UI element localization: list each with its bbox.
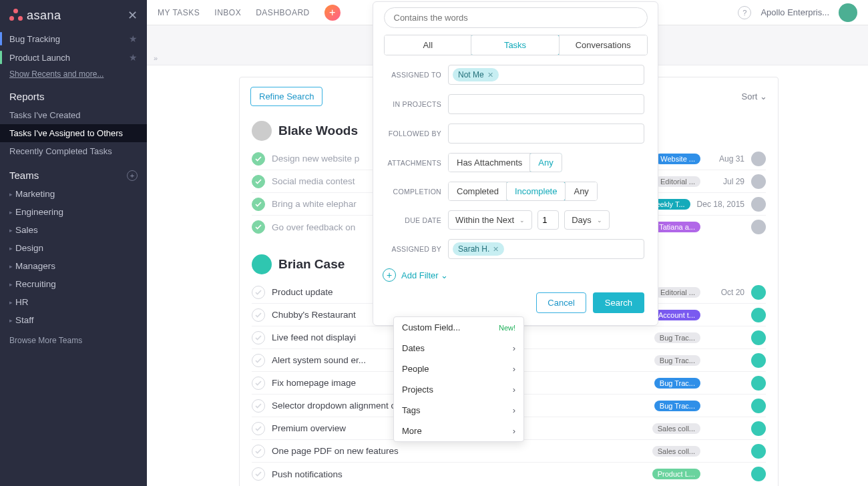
team-item[interactable]: Sales <box>0 221 147 239</box>
task-assignee-avatar[interactable] <box>751 197 766 212</box>
project-tag[interactable]: Bug Trac... <box>654 378 700 389</box>
assigned-by-field[interactable]: Sarah H.✕ <box>448 239 644 259</box>
topnav-inbox[interactable]: INBOX <box>214 8 241 17</box>
team-item[interactable]: Marketing <box>0 185 147 203</box>
recent-project[interactable]: Bug Tracking★ <box>0 29 147 48</box>
due-range-select[interactable]: Within the Next⌄ <box>448 210 532 230</box>
task-checkbox[interactable] <box>252 399 265 413</box>
star-icon[interactable]: ★ <box>129 52 138 63</box>
workspace-dropdown[interactable]: Apollo Enterpris... <box>761 7 829 17</box>
tab-tasks[interactable]: Tasks <box>471 35 560 55</box>
project-tag[interactable]: Bug Trac... <box>654 332 700 343</box>
task-checkbox[interactable] <box>252 445 265 458</box>
project-tag[interactable]: Editorial ... <box>655 176 700 187</box>
chip-remove-icon[interactable]: ✕ <box>493 245 499 254</box>
task-checkbox[interactable] <box>252 354 265 367</box>
assigned-by-chip[interactable]: Sarah H.✕ <box>453 242 504 256</box>
filter-menu-item[interactable]: Dates› <box>394 338 523 358</box>
task-row[interactable]: One page PDF on new featuresSales coll..… <box>252 440 766 463</box>
task-assignee-avatar[interactable] <box>751 308 766 322</box>
filter-menu-item[interactable]: Tags› <box>394 400 523 421</box>
task-row[interactable]: Push notificationsProduct L... <box>252 463 766 485</box>
browse-more-teams-link[interactable]: Browse More Teams <box>0 333 147 348</box>
task-assignee-avatar[interactable] <box>751 444 766 459</box>
help-icon[interactable]: ? <box>738 6 751 19</box>
recent-project[interactable]: Product Launch★ <box>0 48 147 67</box>
task-assignee-avatar[interactable] <box>751 152 766 166</box>
filter-menu-item[interactable]: Projects› <box>394 379 523 400</box>
show-recents-link[interactable]: Show Recents and more... <box>0 67 147 81</box>
project-tag[interactable]: Editorial ... <box>655 287 700 298</box>
task-assignee-avatar[interactable] <box>751 353 766 368</box>
user-avatar[interactable] <box>839 3 857 22</box>
assignee-avatar[interactable] <box>252 121 272 141</box>
sidebar-close-icon[interactable]: ✕ <box>128 8 138 23</box>
task-assignee-avatar[interactable] <box>751 174 766 189</box>
opt-any-attachments[interactable]: Any <box>529 153 562 172</box>
star-icon[interactable]: ★ <box>129 33 138 44</box>
task-checkbox[interactable] <box>252 467 265 481</box>
project-tag[interactable]: Product L... <box>652 469 700 479</box>
team-item[interactable]: Recruiting <box>0 275 147 293</box>
cancel-button[interactable]: Cancel <box>536 292 586 313</box>
task-assignee-avatar[interactable] <box>751 467 766 481</box>
project-tag[interactable]: Tatiana a... <box>654 222 700 232</box>
task-assignee-avatar[interactable] <box>751 330 766 345</box>
filter-menu-item[interactable]: People› <box>394 358 523 379</box>
project-tag[interactable]: Account t... <box>653 310 700 320</box>
opt-incomplete[interactable]: Incomplete <box>506 182 566 201</box>
add-filter-link[interactable]: Add Filter ⌄ <box>401 270 448 280</box>
assigned-to-chip[interactable]: Not Me✕ <box>453 68 499 81</box>
task-checkbox[interactable] <box>252 286 265 299</box>
project-tag[interactable]: Sales coll... <box>652 423 700 434</box>
chip-remove-icon[interactable]: ✕ <box>487 71 493 79</box>
in-projects-field[interactable] <box>448 94 644 114</box>
team-item[interactable]: Staff <box>0 311 147 329</box>
task-assignee-avatar[interactable] <box>751 220 766 234</box>
tab-all[interactable]: All <box>385 35 472 55</box>
task-checkbox[interactable] <box>252 175 265 188</box>
add-filter-plus-icon[interactable]: + <box>383 268 396 282</box>
assignee-avatar[interactable] <box>252 254 272 274</box>
filter-menu-item[interactable]: Custom Field...New! <box>394 317 523 338</box>
add-team-icon[interactable]: + <box>127 170 138 181</box>
refine-search-button[interactable]: Refine Search <box>250 87 322 106</box>
assigned-to-field[interactable]: Not Me✕ <box>448 65 644 85</box>
tab-conversations[interactable]: Conversations <box>559 35 647 55</box>
topnav-my-tasks[interactable]: MY TASKS <box>158 8 200 17</box>
due-number-input[interactable] <box>537 210 559 230</box>
task-checkbox[interactable] <box>252 422 265 435</box>
task-checkbox[interactable] <box>252 308 265 322</box>
team-item[interactable]: Managers <box>0 257 147 275</box>
topnav-dashboard[interactable]: DASHBOARD <box>256 8 310 17</box>
task-checkbox[interactable] <box>252 152 265 166</box>
search-button[interactable]: Search <box>593 292 644 313</box>
task-checkbox[interactable] <box>252 220 265 234</box>
task-checkbox[interactable] <box>252 198 265 211</box>
project-tag[interactable]: Bug Trac... <box>654 355 700 366</box>
task-assignee-avatar[interactable] <box>751 399 766 413</box>
team-item[interactable]: Design <box>0 239 147 257</box>
task-checkbox[interactable] <box>252 331 265 344</box>
opt-has-attachments[interactable]: Has Attachments <box>449 154 530 172</box>
report-item[interactable]: Recently Completed Tasks <box>0 142 147 160</box>
report-item[interactable]: Tasks I've Created <box>0 106 147 124</box>
task-assignee-avatar[interactable] <box>751 376 766 391</box>
project-tag[interactable]: Bug Trac... <box>654 401 700 411</box>
task-assignee-avatar[interactable] <box>751 285 766 300</box>
task-checkbox[interactable] <box>252 377 265 390</box>
logo[interactable]: asana <box>9 9 61 23</box>
team-item[interactable]: HR <box>0 293 147 311</box>
quick-add-icon[interactable]: + <box>324 5 341 21</box>
subbar-chevron-icon[interactable]: » <box>154 54 158 62</box>
team-item[interactable]: Engineering <box>0 203 147 221</box>
report-item[interactable]: Tasks I've Assigned to Others <box>0 124 147 142</box>
due-unit-select[interactable]: Days⌄ <box>564 210 610 230</box>
followed-by-field[interactable] <box>448 124 644 144</box>
opt-any-completion[interactable]: Any <box>565 182 596 200</box>
search-input[interactable] <box>384 7 648 28</box>
filter-menu-item[interactable]: More› <box>394 421 523 441</box>
sort-dropdown[interactable]: Sort ⌄ <box>742 91 767 101</box>
project-tag[interactable]: Sales coll... <box>652 446 700 457</box>
project-tag[interactable]: Website ... <box>655 154 700 164</box>
